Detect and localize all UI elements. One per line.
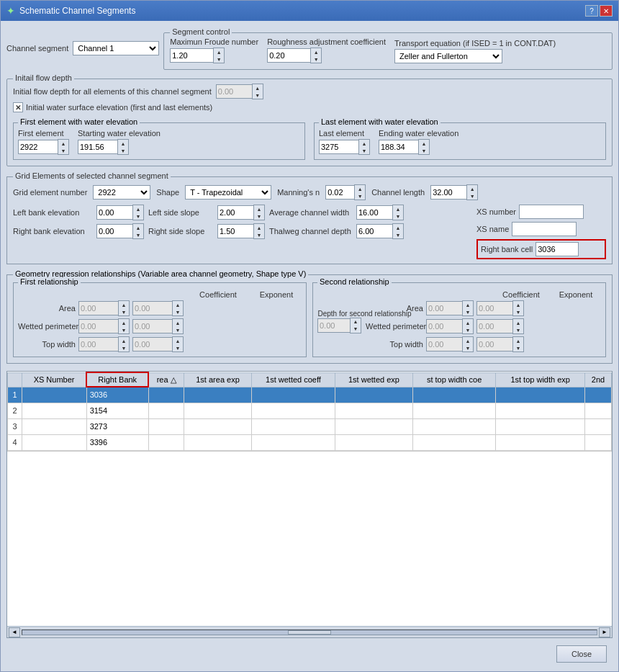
scroll-left-button[interactable]: ◄ [9,627,20,637]
mannings-down[interactable]: ▼ [355,192,365,200]
left-side-slope-down[interactable]: ▼ [254,212,264,220]
app-icon: ✦ [6,5,15,17]
left-side-slope-spin: ▲ ▼ [253,205,265,220]
window-close-button[interactable]: ✕ [600,5,613,17]
element-number-select[interactable]: 2922 [93,185,150,200]
ending-water-input[interactable] [379,140,418,154]
left-bank-elev-up[interactable]: ▲ [133,205,143,212]
scroll-thumb[interactable] [288,630,331,635]
table-row[interactable]: 4 3396 [8,434,612,450]
avg-channel-width-up[interactable]: ▲ [393,205,403,212]
first-element-up[interactable]: ▲ [58,140,68,147]
depth-spin: ▲ ▼ [252,84,263,99]
right-bank-cell: 3036 [86,387,148,403]
first-topwidth-exp-group: ▲▼ [132,336,184,352]
top-width-coeff-header: st top width coe [412,372,495,387]
right-side-slope-down[interactable]: ▼ [254,231,264,238]
thalweg-depth-input[interactable] [356,224,392,238]
roughness-down[interactable]: ▼ [311,55,321,63]
xs-number-cell [22,387,87,403]
channel-length-input[interactable] [430,185,466,200]
channel-segment-select[interactable]: Channel 1 Channel 2 [73,41,159,55]
wetted-exp-cell [335,418,412,434]
froude-input[interactable] [170,48,213,63]
right-bank-cell-input[interactable] [536,242,579,256]
right-bank-elev-down[interactable]: ▼ [133,231,143,238]
avg-channel-width-input[interactable] [356,205,392,220]
table-row[interactable]: 3 3273 [8,418,612,434]
channel-length-up[interactable]: ▲ [467,185,477,192]
xs-number-label: XS number [476,207,516,216]
mannings-up[interactable]: ▲ [355,185,365,192]
right-side-slope-spin: ▲ ▼ [253,223,265,239]
avg-channel-width-down[interactable]: ▼ [393,212,403,220]
last-element-down[interactable]: ▼ [359,147,369,154]
top-width-coeff-cell [412,387,495,403]
right-side-slope-input[interactable] [217,224,253,238]
ending-water-up[interactable]: ▲ [419,140,429,147]
roughness-up[interactable]: ▲ [311,48,321,55]
transport-select[interactable]: Zeller and Fullerton [394,49,502,63]
top-width-coeff-cell [412,403,495,418]
table-row[interactable]: 1 3036 [8,387,612,403]
left-side-slope-input[interactable] [217,205,253,220]
right-bank-elev-input[interactable] [96,224,132,238]
last-element-up[interactable]: ▲ [359,140,369,147]
help-button[interactable]: ? [585,5,598,17]
froude-up[interactable]: ▲ [214,48,224,55]
grid-elements-title: Grid Elements of selected channel segmen… [13,171,171,180]
channel-segment-label: Channel segment [6,44,68,53]
last-element-input[interactable] [319,140,358,154]
depth-down: ▼ [253,91,263,99]
top-width-exp-cell [496,434,585,450]
geometry-group: Geometry regression relationships (Varia… [6,274,613,364]
starting-water-input[interactable] [78,140,117,154]
right-bank-elev-up[interactable]: ▲ [133,224,143,231]
row-number-cell: 2 [8,403,22,418]
wetted-exp-cell [335,434,412,450]
first-topwidth-label: Top width [18,340,76,349]
scroll-right-button[interactable]: ► [599,627,610,637]
first-relationship-title: First relationship [18,277,81,286]
starting-water-up[interactable]: ▲ [118,140,128,147]
thalweg-depth-down[interactable]: ▼ [393,231,403,238]
second-cell [585,387,612,403]
top-width-coeff-cell [412,418,495,434]
area-exp-cell [184,418,252,434]
roughness-input[interactable] [267,48,310,63]
horizontal-scrollbar[interactable]: ◄ ► [7,626,612,637]
first-element-down[interactable]: ▼ [58,147,68,154]
thalweg-depth-up[interactable]: ▲ [393,224,403,231]
froude-label: Maximun Froude number [170,37,258,46]
last-element-group: Last element with water elevation Last e… [314,122,606,160]
top-width-exp-cell [496,418,585,434]
water-surface-checkbox[interactable]: ✕ [13,102,23,112]
channel-length-down[interactable]: ▼ [467,192,477,200]
left-side-slope-up[interactable]: ▲ [254,205,264,212]
depth-input [216,84,252,99]
close-button[interactable]: Close [556,645,607,663]
mannings-spin: ▲ ▼ [354,184,366,200]
wetted-coeff-cell [252,387,335,403]
mannings-input[interactable] [325,185,354,200]
ending-water-down[interactable]: ▼ [419,147,429,154]
froude-down[interactable]: ▼ [214,55,224,63]
first-element-input[interactable] [18,140,58,154]
first-exp-header: Exponent [251,290,302,299]
thalweg-depth-spin: ▲ ▼ [392,223,404,239]
second-relationship-group: Second relationship Depth for second rel… [312,282,606,357]
shape-select[interactable]: T - Trapezoidal [185,185,271,200]
last-element-spin: ▲ ▼ [358,139,370,155]
second-relationship-title: Second relationship [317,277,392,286]
xs-name-input[interactable] [512,222,577,236]
left-bank-elev-down[interactable]: ▼ [133,212,143,220]
left-bank-elev-input[interactable] [96,205,132,220]
second-topwidth-coeff-group: ▲▼ [426,336,474,352]
first-wetted-coeff [78,319,118,333]
right-side-slope-up[interactable]: ▲ [254,224,264,231]
first-area-exp [132,301,172,315]
second-depth-label: Depth for second relationship [318,310,361,318]
starting-water-down[interactable]: ▼ [118,147,128,154]
table-row[interactable]: 2 3154 [8,403,612,418]
xs-number-input[interactable] [519,205,584,219]
